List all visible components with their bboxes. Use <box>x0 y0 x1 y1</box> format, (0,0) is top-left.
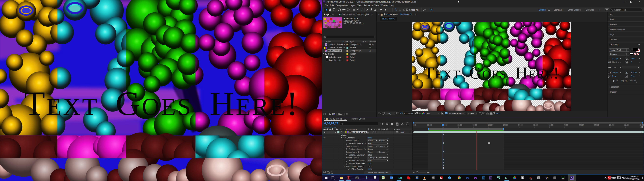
svg-text:Ae: Ae <box>571 177 573 179</box>
svg-text:T: T <box>634 80 636 82</box>
svg-text:0 %: 0 % <box>631 75 634 78</box>
svg-text:12:00f: 12:00f <box>503 124 508 126</box>
svg-text:Snapping: Snapping <box>409 8 418 11</box>
svg-text:Standard: Standard <box>554 8 562 11</box>
svg-text:TEXT GOES HERE!: TEXT GOES HERE! <box>324 22 338 23</box>
svg-text:I: I <box>443 161 444 164</box>
svg-text:VA: VA <box>626 61 628 64</box>
svg-text:28:00f: 28:00f <box>624 124 629 126</box>
svg-text:I: I <box>443 150 444 152</box>
svg-text:fx: fx <box>375 131 376 133</box>
svg-text:I: I <box>443 142 444 144</box>
svg-text:Libraries: Libraries <box>586 8 594 11</box>
svg-text:A: A <box>627 58 628 60</box>
svg-text:あ: あ <box>626 75 628 77</box>
svg-text:06:00f: 06:00f <box>458 124 462 126</box>
svg-text:T: T <box>630 80 632 82</box>
svg-text:I: I <box>443 167 444 169</box>
svg-text:Parent: Parent <box>394 128 400 130</box>
svg-text:Ps: Ps <box>482 177 484 179</box>
svg-text:Pr: Pr <box>489 177 491 179</box>
svg-text:100 %: 100 % <box>612 72 618 74</box>
svg-text:fx: fx <box>376 128 377 130</box>
svg-text:0;00;08;11: 0;00;08;11 <box>404 112 413 114</box>
svg-text:T: T <box>613 80 614 82</box>
svg-text:T: T <box>361 8 363 12</box>
svg-text:LR: LR <box>398 176 402 179</box>
svg-text:C:\_: C:\_ <box>356 177 359 179</box>
svg-text:0:00f: 0:00f <box>413 124 416 126</box>
svg-text:0 px: 0 px <box>612 75 616 78</box>
svg-text:18:00f: 18:00f <box>548 124 553 126</box>
svg-text:08:00f: 08:00f <box>472 124 477 126</box>
svg-text:1: 1 <box>636 81 637 83</box>
svg-text:I: I <box>443 134 444 136</box>
svg-text:24:00f: 24:00f <box>594 124 599 126</box>
svg-text:Small Screen: Small Screen <box>568 8 580 11</box>
svg-text:23/01/2018: 23/01/2018 <box>628 178 640 180</box>
svg-text:100 %: 100 % <box>631 72 636 74</box>
svg-text:V∕A: V∕A <box>608 61 611 64</box>
svg-text:+0.0: +0.0 <box>496 112 500 115</box>
svg-text:T: T <box>616 80 618 82</box>
svg-text:T: T <box>626 71 627 74</box>
svg-text:26:00f: 26:00f <box>609 124 614 126</box>
svg-text:6: 6 <box>505 176 507 180</box>
svg-text:ᵀT: ᵀT <box>608 58 611 60</box>
svg-text:T: T <box>627 80 628 82</box>
svg-text:#: # <box>340 128 341 130</box>
svg-text:px: px <box>614 66 616 69</box>
svg-text:Metrics: Metrics <box>612 61 619 64</box>
svg-text:1 View: 1 View <box>468 112 474 115</box>
svg-text:T: T <box>610 72 611 74</box>
svg-text:Default: Default <box>539 8 546 11</box>
svg-text:(74%): (74%) <box>386 112 391 115</box>
svg-text:TT: TT <box>621 80 624 82</box>
svg-text:»: » <box>599 8 600 11</box>
svg-text:170818 ...k in.mp4: 170818 ...k in.mp4 <box>349 131 366 134</box>
svg-text:Fz: Fz <box>440 177 442 179</box>
svg-text:14:00f: 14:00f <box>518 124 523 126</box>
svg-text:I: I <box>443 164 444 166</box>
svg-text:Full: Full <box>427 112 430 115</box>
svg-text:8 bpc: 8 bpc <box>338 113 342 115</box>
svg-text:22:00f: 22:00f <box>579 124 584 126</box>
svg-text:Search Help: Search Help <box>614 8 626 11</box>
svg-text:10:00f: 10:00f <box>488 124 492 126</box>
svg-text:A: A <box>608 75 610 77</box>
svg-text:Auto: Auto <box>631 58 635 60</box>
svg-text:1: 1 <box>632 80 633 81</box>
svg-text:T: T <box>626 80 627 82</box>
svg-text:30:00: 30:00 <box>640 124 644 126</box>
svg-text:NDI: NDI <box>562 178 564 179</box>
svg-text:2: 2 <box>340 131 342 134</box>
svg-text:I: I <box>443 158 444 160</box>
svg-text:Active Camera: Active Camera <box>449 112 462 115</box>
svg-text:Source Name: Source Name <box>346 128 357 130</box>
svg-text:☰: ☰ <box>548 8 550 11</box>
svg-text:MPC: MPC <box>432 178 434 179</box>
svg-text:16:00f: 16:00f <box>533 124 538 126</box>
svg-text:20:00f: 20:00f <box>564 124 568 126</box>
svg-text:132 px: 132 px <box>612 58 618 60</box>
svg-text:0: 0 <box>631 61 632 64</box>
svg-text:-: - <box>612 66 613 69</box>
svg-text:02:00f: 02:00f <box>427 124 432 126</box>
svg-text:a: a <box>610 75 610 76</box>
svg-text:5:00 AM: 5:00 AM <box>630 175 638 178</box>
